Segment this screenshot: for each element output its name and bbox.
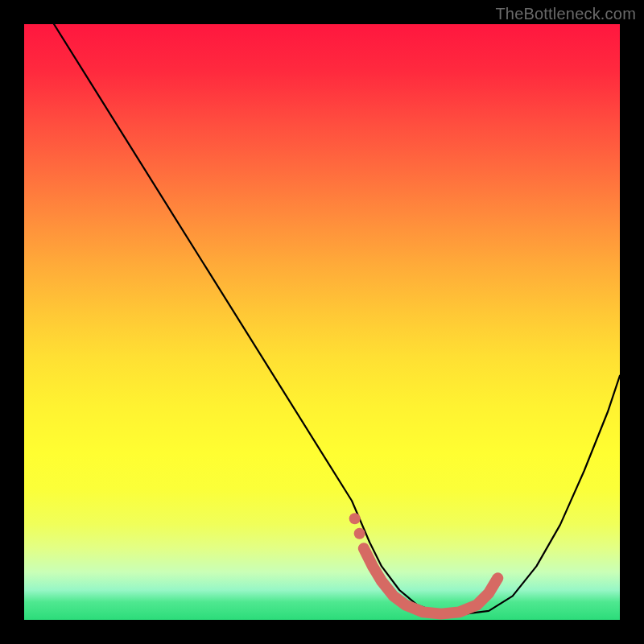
highlight-segment-line	[364, 548, 498, 613]
bottleneck-curve-line	[54, 24, 620, 614]
highlight-dot-upper	[349, 513, 361, 524]
watermark-text: TheBottleneck.com	[495, 5, 636, 23]
chart-gradient-area	[24, 24, 620, 620]
bottleneck-chart	[24, 24, 620, 620]
highlight-dot-lower	[354, 528, 365, 539]
